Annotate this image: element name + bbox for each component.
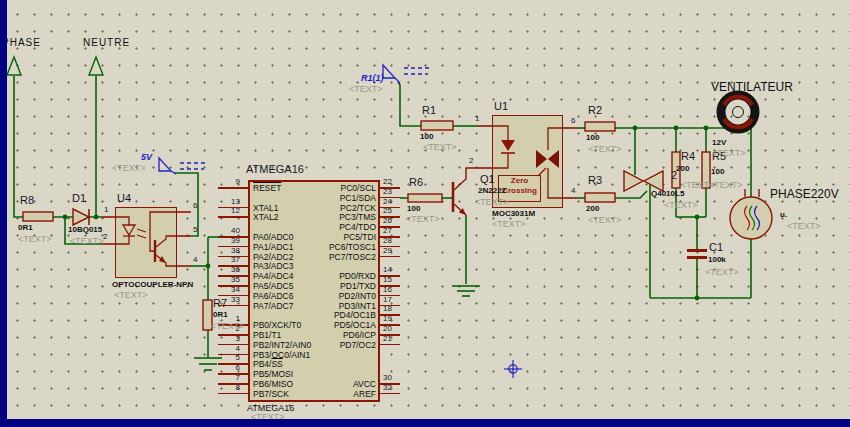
- net-label-5v[interactable]: 5V: [141, 153, 152, 162]
- u4-pin-2: 2: [103, 233, 107, 241]
- atmega-pin-number-16: 16: [383, 286, 392, 294]
- atmega-pin-number-7: 7: [214, 374, 240, 382]
- ref-r4[interactable]: R4: [681, 151, 695, 162]
- atmega-pin-label-21: PD7/OC2: [268, 341, 376, 350]
- value-d1[interactable]: 10BQ015: [68, 226, 102, 234]
- u4-pin-1: 1: [104, 206, 108, 214]
- text-placeholder-r5: <TEXT>: [709, 181, 743, 190]
- atmega-pin-number-34: 34: [214, 286, 240, 294]
- diode-d1[interactable]: [73, 209, 89, 225]
- atmega-pin-label-17: PD3/INT1: [268, 302, 376, 311]
- atmega-title[interactable]: ATMEGA16: [246, 164, 304, 175]
- alternator-symbol[interactable]: [730, 189, 772, 239]
- origin-marker-icon: [504, 360, 522, 378]
- atmega-pin-number-29: 29: [383, 247, 392, 255]
- value-r3[interactable]: 200: [586, 205, 599, 213]
- atmega-pin-number-27: 27: [383, 227, 392, 235]
- atmega-pin-number-36: 36: [214, 266, 240, 274]
- text-placeholder-alt: <TEXT>: [787, 222, 821, 231]
- u1-pin-1: 1: [475, 115, 479, 123]
- atmega-pin-label-37: PA3/ADC3: [253, 262, 293, 271]
- atmega-pin-label-25: PC3/TMS: [268, 213, 376, 222]
- phase-terminal-label[interactable]: PHASE: [2, 38, 41, 48]
- value-motor[interactable]: 12V: [712, 139, 726, 147]
- atmega-pin-label-29: PC7/TOSC2: [268, 253, 376, 262]
- atmega-pin-label-23: PC1/SDA: [268, 194, 376, 203]
- atmega-pin-label-14: PD0/RXD: [268, 272, 376, 281]
- capacitor-c1[interactable]: [687, 249, 707, 259]
- ref-c1[interactable]: C1: [709, 242, 723, 253]
- ref-d1[interactable]: D1: [72, 193, 86, 204]
- value-alt[interactable]: u.: [780, 211, 787, 219]
- atmega-pin-label-19: PD5/OC1A: [268, 321, 376, 330]
- atmega-pin-number-22: 22: [383, 178, 392, 186]
- atmega-pin-number-14: 14: [383, 266, 392, 274]
- value-r2[interactable]: 100: [586, 134, 599, 142]
- atmega-pin-number-3: 3: [214, 335, 240, 343]
- triac-u2[interactable]: [624, 171, 663, 191]
- text-placeholder-5v: <TEXT>: [112, 164, 146, 173]
- ref-r7[interactable]: R7: [213, 298, 227, 309]
- text-placeholder-r7: <TEXT>: [211, 322, 245, 331]
- ref-r8[interactable]: R8: [20, 195, 34, 206]
- value-r4[interactable]: 200: [676, 165, 689, 173]
- atmega-pin-label-24: PC2/TCK: [268, 204, 376, 213]
- atmega-pin-label-26: PC4/TDO: [268, 223, 376, 232]
- net-label-r1-1[interactable]: R1(1): [361, 74, 384, 83]
- power-terminal-icon[interactable]: [159, 65, 432, 174]
- ref-u4[interactable]: U4: [117, 193, 131, 204]
- ref-r2[interactable]: R2: [588, 105, 602, 116]
- atmega-pin-number-24: 24: [383, 198, 392, 206]
- atmega-pin-number-37: 37: [214, 256, 240, 264]
- value-r8[interactable]: 0R1: [18, 224, 33, 232]
- atmega-pin-label-5: PB4/SS: [253, 360, 283, 369]
- atmega-pin-label-32: AREF: [268, 390, 376, 399]
- atmega-pin-number-28: 28: [383, 237, 392, 245]
- text-placeholder-motor: <TEXT>: [712, 149, 746, 158]
- value-r7[interactable]: 0R1: [213, 311, 228, 319]
- atmega-pin-label-4: PB3/OC0/AIN1: [253, 351, 310, 360]
- atmega-pin-label-22: PC0/SCL: [268, 184, 376, 193]
- atmega-pin-label-30: AVCC: [268, 380, 376, 389]
- atmega-pin-label-28: PC6/TOSC1: [268, 243, 376, 252]
- atmega-pin-number-13: 13: [214, 198, 240, 206]
- u1-pin-6: 6: [571, 117, 575, 125]
- alternator-title[interactable]: PHASE220V: [770, 188, 839, 200]
- value-u1[interactable]: MOC3031M: [492, 210, 535, 218]
- atmega-pin-label-16: PD2/INT0: [268, 292, 376, 301]
- atmega-pin-number-8: 8: [214, 384, 240, 392]
- motor-symbol[interactable]: [721, 95, 755, 129]
- ref-r3[interactable]: R3: [588, 175, 602, 186]
- text-placeholder-r2: <TEXT>: [588, 145, 622, 154]
- terminal-arrow-icon[interactable]: [7, 57, 103, 75]
- atmega-pin-label-20: PD6/ICP: [268, 331, 376, 340]
- ref-r1[interactable]: R1: [422, 105, 436, 116]
- value-r5[interactable]: 100: [711, 168, 724, 176]
- value-r1[interactable]: 100: [420, 133, 433, 141]
- ref-q1[interactable]: Q1: [480, 174, 495, 185]
- atmega-pin-number-30: 30: [383, 374, 392, 382]
- atmega-pin-number-17: 17: [383, 296, 392, 304]
- text-placeholder-u2: <TEXT>: [664, 201, 698, 210]
- text-placeholder-u1: <TEXT>: [492, 220, 526, 229]
- value-u4[interactable]: OPTOCOUPLER-NPN: [112, 281, 193, 289]
- text-placeholder-r1net: <TEXT>: [349, 85, 383, 94]
- text-placeholder-r8: <TEXT>: [18, 235, 52, 244]
- value-q1[interactable]: 2N2222: [478, 187, 506, 195]
- transistor-q1[interactable]: [453, 168, 478, 215]
- neutre-terminal-label[interactable]: NEUTRE: [83, 38, 130, 48]
- ref-u1[interactable]: U1: [494, 101, 508, 112]
- value-c1[interactable]: 100k: [708, 256, 726, 264]
- bottom-border-strip: [0, 419, 850, 427]
- atmega-pin-number-26: 26: [383, 217, 392, 225]
- atmega-pin-number-40: 40: [214, 227, 240, 235]
- value-u2[interactable]: Q4010L5: [651, 190, 684, 198]
- text-placeholder-r1: <TEXT>: [423, 143, 457, 152]
- atmega-pin-number-32: 32: [383, 384, 392, 392]
- motor-title[interactable]: VENTILATEUR: [711, 81, 793, 93]
- atmega-pin-number-23: 23: [383, 188, 392, 196]
- value-r6[interactable]: 100: [407, 205, 420, 213]
- ref-r6[interactable]: R6: [409, 177, 423, 188]
- left-border-strip: [0, 0, 7, 427]
- text-placeholder-d1: <TEXT>: [70, 237, 104, 246]
